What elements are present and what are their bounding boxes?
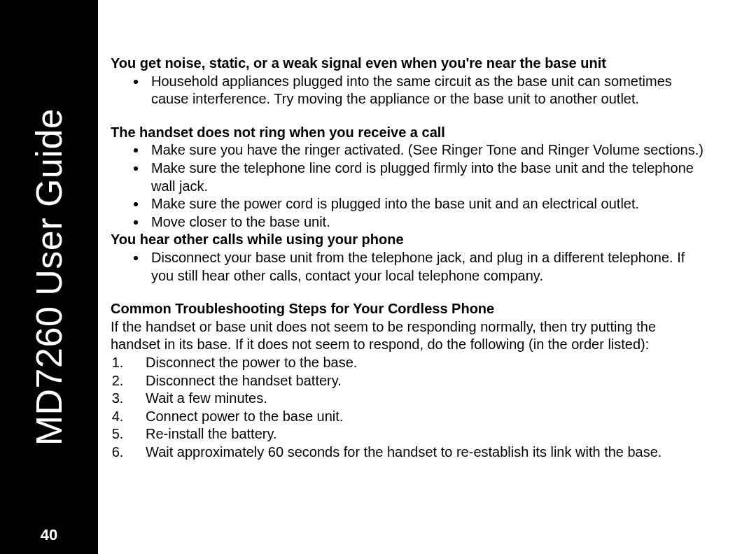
sidebar: MD7260 User Guide 40 [0, 0, 98, 554]
section-heading: Common Troubleshooting Steps for Your Co… [111, 300, 707, 318]
list-item: Make sure the telephone line cord is plu… [147, 159, 707, 195]
list-item: Household appliances plugged into the sa… [147, 73, 707, 108]
content-area: You get noise, static, or a weak signal … [111, 55, 707, 461]
list-item: Move closer to the base unit. [147, 213, 707, 232]
list-item: Wait approximately 60 seconds for the ha… [127, 443, 707, 462]
list-item: Make sure the power cord is plugged into… [147, 195, 707, 213]
list-item: Connect power to the base unit. [127, 408, 707, 426]
bullet-list: Household appliances plugged into the sa… [111, 73, 707, 108]
section-heading: The handset does not ring when you recei… [111, 124, 707, 142]
bullet-list: Make sure you have the ringer activated.… [111, 141, 707, 231]
list-item: Re-install the battery. [127, 425, 707, 443]
document-page: MD7260 User Guide 40 You get noise, stat… [0, 0, 756, 554]
ordered-list: Disconnect the power to the base. Discon… [111, 354, 707, 462]
intro-paragraph: If the handset or base unit does not see… [111, 318, 707, 354]
section-heading: You hear other calls while using your ph… [111, 231, 707, 249]
list-item: Make sure you have the ringer activated.… [147, 141, 707, 159]
bullet-list: Disconnect your base unit from the telep… [111, 249, 707, 285]
list-item: Disconnect your base unit from the telep… [147, 249, 707, 285]
list-item: Wait a few minutes. [127, 390, 707, 408]
section-heading: You get noise, static, or a weak signal … [111, 55, 707, 73]
page-number: 40 [0, 526, 98, 544]
document-title: MD7260 User Guide [28, 108, 70, 446]
list-item: Disconnect the power to the base. [127, 354, 707, 372]
list-item: Disconnect the handset battery. [127, 372, 707, 390]
